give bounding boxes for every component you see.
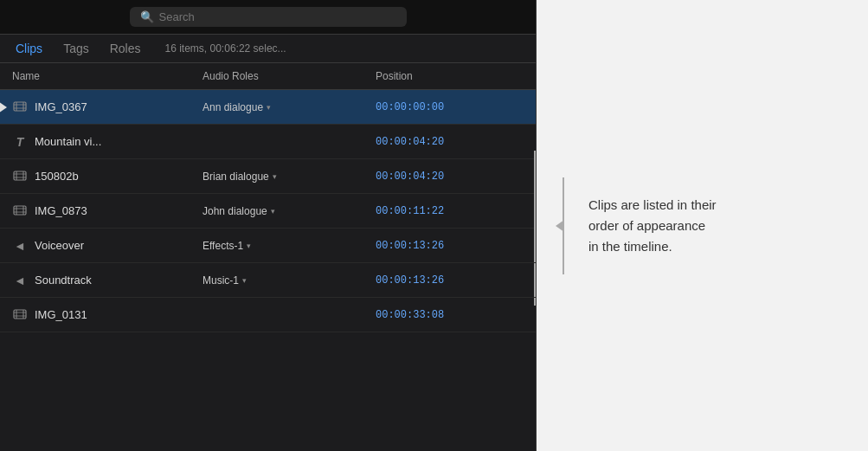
position-cell: 00:00:11:22: [376, 205, 524, 217]
svg-rect-10: [14, 206, 26, 215]
audio-clip-icon: ◄: [12, 239, 28, 253]
name-cell: IMG_0367: [12, 100, 203, 115]
table-row[interactable]: ◄ Soundtrack Music-1 ▾ 00:00:13:26: [0, 263, 536, 298]
tabs-row: Clips Tags Roles 16 items, 00:06:22 sele…: [0, 35, 536, 63]
clip-name: IMG_0367: [35, 100, 87, 113]
search-wrapper[interactable]: 🔍: [130, 7, 407, 27]
clip-name: 150802b: [35, 170, 79, 183]
tab-tags[interactable]: Tags: [60, 40, 93, 57]
annotation-arrow-icon: [556, 220, 564, 232]
table-body: IMG_0367 Ann dialogue ▾ 00:00:00:00 T Mo…: [0, 90, 536, 451]
tab-status: 16 items, 00:06:22 selec...: [165, 42, 286, 55]
svg-rect-5: [14, 171, 26, 180]
position-cell: 00:00:04:20: [376, 171, 524, 183]
chevron-down-icon: ▾: [267, 103, 271, 112]
video-clip-icon: [12, 169, 28, 184]
video-clip-icon: [12, 203, 28, 219]
clip-name: Soundtrack: [35, 274, 92, 287]
position-cell: 00:00:00:00: [376, 101, 524, 113]
tab-roles[interactable]: Roles: [106, 40, 145, 57]
video-clip-icon: [12, 100, 28, 115]
audio-role-cell: Ann dialogue ▾: [203, 101, 376, 113]
name-cell: IMG_0131: [12, 307, 203, 323]
col-header-position: Position: [376, 67, 524, 86]
playhead-arrow: [0, 101, 7, 113]
role-label: Effects-1: [203, 240, 243, 252]
table-row[interactable]: ◄ Voiceover Effects-1 ▾ 00:00:13:26: [0, 229, 536, 263]
position-cell: 00:00:13:26: [376, 274, 524, 287]
clip-name: IMG_0873: [35, 204, 87, 217]
chevron-down-icon: ▾: [273, 172, 277, 181]
name-cell: IMG_0873: [12, 203, 203, 219]
table-row[interactable]: IMG_0131 00:00:33:08: [0, 298, 536, 332]
title-clip-icon: T: [12, 135, 28, 149]
audio-clip-icon: ◄: [12, 274, 28, 287]
chevron-down-icon: ▾: [247, 242, 251, 250]
role-label: Music-1: [203, 274, 239, 287]
svg-rect-0: [14, 102, 26, 111]
clips-panel: 🔍 Clips Tags Roles 16 items, 00:06:22 se…: [0, 0, 537, 451]
col-header-name: Name: [12, 67, 203, 86]
role-dropdown[interactable]: Brian dialogue ▾: [203, 171, 277, 183]
annotation-text: Clips are listed in their order of appea…: [588, 195, 717, 257]
name-cell: 150802b: [12, 169, 203, 184]
role-label: Ann dialogue: [203, 101, 263, 113]
chevron-down-icon: ▾: [242, 276, 247, 285]
position-cell: 00:00:33:08: [376, 309, 524, 321]
role-dropdown[interactable]: Ann dialogue ▾: [203, 101, 271, 113]
table-header: Name Audio Roles Position: [0, 63, 536, 90]
video-clip-icon: [12, 307, 28, 323]
table-row[interactable]: IMG_0367 Ann dialogue ▾ 00:00:00:00: [0, 90, 536, 125]
role-dropdown[interactable]: Effects-1 ▾: [203, 240, 251, 252]
position-cell: 00:00:04:20: [376, 136, 524, 148]
search-icon: 🔍: [140, 10, 154, 23]
name-cell: ◄ Voiceover: [12, 239, 203, 253]
role-label: Brian dialogue: [203, 171, 269, 183]
audio-role-cell: Brian dialogue ▾: [203, 171, 376, 183]
name-cell: ◄ Soundtrack: [12, 274, 203, 287]
annotation-panel: Clips are listed in their order of appea…: [537, 0, 868, 451]
table-row[interactable]: T Mountain vi... 00:00:04:20: [0, 125, 536, 159]
search-input[interactable]: [159, 10, 396, 23]
audio-role-cell: Effects-1 ▾: [203, 240, 376, 252]
audio-role-cell: John dialogue ▾: [203, 205, 376, 217]
table-row[interactable]: 150802b Brian dialogue ▾ 00:00:04:20: [0, 159, 536, 194]
role-label: John dialogue: [203, 205, 267, 217]
search-bar: 🔍: [0, 0, 536, 35]
tab-clips[interactable]: Clips: [12, 40, 46, 57]
svg-rect-15: [14, 310, 26, 319]
role-dropdown[interactable]: Music-1 ▾: [203, 274, 247, 287]
position-cell: 00:00:13:26: [376, 240, 524, 252]
table-row[interactable]: IMG_0873 John dialogue ▾ 00:00:11:22: [0, 194, 536, 229]
clip-name: IMG_0131: [35, 308, 87, 321]
clip-name: Mountain vi...: [35, 135, 101, 148]
name-cell: T Mountain vi...: [12, 135, 203, 149]
col-header-audio-roles: Audio Roles: [203, 67, 376, 86]
chevron-down-icon: ▾: [271, 207, 275, 216]
role-dropdown[interactable]: John dialogue ▾: [203, 205, 275, 217]
clip-name: Voiceover: [35, 239, 84, 252]
audio-role-cell: Music-1 ▾: [203, 274, 376, 287]
